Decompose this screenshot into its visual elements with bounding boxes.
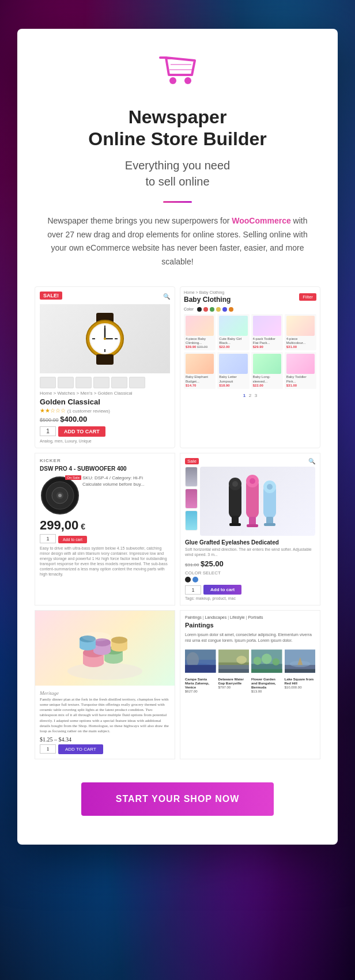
sale-badge-fan: Sale (185, 458, 199, 464)
breadcrumb: Home > Watches > Men's > Golden Classica… (40, 391, 170, 396)
svg-point-48 (111, 637, 127, 644)
sale-price: $400.00 (60, 415, 87, 423)
quantity-input[interactable]: 1 (40, 534, 56, 543)
svg-rect-25 (229, 523, 241, 526)
svg-point-65 (254, 657, 262, 665)
watch-main-image (40, 304, 170, 373)
clothing-header: Home > Baby Clothing Baby Clothing Filte… (184, 290, 316, 304)
watch-thumbnails (40, 377, 170, 388)
fan-product-description: Soft horizontal wind direction. The air … (185, 547, 315, 557)
clothing-image (219, 316, 247, 336)
subwoofer-description: Easy to drive with ultra-bass system bel… (40, 546, 170, 577)
fan-product-screenshot: Sale 🔍 (180, 453, 320, 606)
fan-thumbnails (185, 467, 198, 536)
food-product-image (35, 611, 175, 686)
shopping-cart-icon (154, 52, 201, 92)
paintings-title: Paintings (185, 622, 315, 629)
svg-rect-57 (185, 665, 216, 672)
paintings-nav: Paintings | Landscapes | Lifestyle | Por… (185, 615, 315, 619)
clothing-item: Cute Baby Girl Black... $22.00 (217, 314, 249, 350)
clothing-image (186, 354, 214, 374)
svg-point-14 (104, 338, 106, 340)
color-dot-yellow[interactable] (216, 307, 221, 312)
svg-point-28 (250, 478, 255, 484)
painting-price: $10,000.00 (285, 686, 316, 689)
subwoofer-screenshot: KICKER DSW PRO 4 - SUBWOOFER 400 On Sale (35, 453, 175, 606)
subwoofer-product-row: On Sale SKU: DSP-4 / Category: Hi-Fi Cal… (40, 475, 170, 516)
qty-row: 1 Add to cart (40, 534, 170, 543)
clothing-image (286, 316, 315, 336)
svg-point-1 (184, 77, 191, 84)
clothing-item: Baby Toddler Pink... $31.00 (285, 352, 316, 388)
sale-badge: SALE! (40, 292, 62, 300)
color-dot-green[interactable] (210, 307, 214, 312)
food-add-to-cart-button[interactable]: ADD TO CART (58, 744, 103, 754)
clothing-item: Baby Long-sleeved... $22.00 (251, 352, 283, 388)
woocommerce-link[interactable]: WooCommerce (232, 216, 290, 225)
fan-main-image (200, 467, 315, 536)
fan-cart-row: 1 Add to cart (185, 585, 315, 595)
search-icon[interactable]: 🔍 (163, 293, 170, 300)
watch-product-screenshot: SALE! 🔍 (35, 286, 175, 448)
product-name: Golden Classical (40, 398, 170, 406)
filter-button[interactable]: Filter (299, 293, 316, 301)
painting-price: $627.00 (185, 690, 216, 693)
fan-original-price: $31.00 (185, 562, 199, 567)
svg-rect-24 (232, 516, 239, 524)
color-swatch-black[interactable] (185, 577, 191, 582)
fan-thumb-3[interactable] (185, 510, 198, 531)
svg-point-66 (262, 653, 272, 664)
painting-name: Lake Square from Red Hill (285, 678, 316, 686)
food-product-info: Meritage Family dinner plan at the fork … (35, 686, 175, 759)
food-description: Family dinner plan at the fork in the fr… (40, 697, 170, 734)
title-section: Newspaper Online Store Builder Everythin… (35, 106, 320, 190)
start-shop-button[interactable]: START YOUR SHOP NOW (81, 782, 274, 816)
svg-rect-62 (218, 669, 250, 672)
color-dot-orange[interactable] (229, 307, 233, 312)
food-quantity-input[interactable]: 1 (40, 744, 56, 754)
quantity-input[interactable]: 1 (40, 426, 56, 436)
fan-add-to-cart-button[interactable]: Add to cart (203, 585, 241, 595)
product-tags: Analog, men, Luxury, Unique (40, 439, 170, 443)
main-content-card: Newspaper Online Store Builder Everythin… (17, 29, 338, 845)
painting-name: Campe Santa Maria Zakerep, Venice (185, 678, 216, 690)
fan-quantity-input[interactable]: 1 (185, 585, 201, 595)
fan-thumb-1[interactable] (185, 467, 198, 487)
svg-point-52 (82, 632, 111, 641)
svg-rect-68 (251, 669, 282, 672)
fan-product-title: Glue Grafted Eyelashes Dedicated (185, 539, 315, 546)
fan-thumb-2[interactable] (185, 489, 198, 509)
painting-item: Campe Santa Maria Zakerep, Venice $627.0… (185, 648, 216, 694)
food-cart-row: 1 ADD TO CART (40, 744, 170, 754)
section-divider (163, 201, 192, 203)
search-icon[interactable]: 🔍 (308, 458, 315, 464)
painting-item: Delaware Water Gap Barryville $797.00 (218, 648, 250, 694)
clothing-item: 4-piece Baby Climbing... $39.90 $39.90 (184, 314, 216, 350)
star-rating: ★★☆☆☆ (1 customer reviews) (40, 407, 170, 414)
fan-sale-price: $25.00 (201, 559, 224, 568)
paintings-description: Lorem ipsum dolor sit amet, consectetur … (185, 632, 315, 644)
svg-rect-30 (247, 524, 258, 527)
svg-point-0 (169, 77, 176, 84)
clothing-grid: 4-piece Baby Climbing... $39.90 $39.90 C… (184, 314, 316, 389)
add-to-cart-button[interactable]: ADD TO CART (58, 426, 105, 437)
svg-point-61 (236, 656, 247, 664)
food-price: $1.25 – $4.34 (40, 736, 170, 743)
clothing-title: Baby Clothing (184, 296, 231, 304)
clothing-image (186, 316, 214, 336)
fan-product-info: Glue Grafted Eyelashes Dedicated Soft ho… (185, 539, 315, 600)
cart-icon-wrapper (35, 52, 320, 94)
fan-images (185, 467, 315, 536)
svg-point-33 (267, 484, 273, 490)
color-swatches (185, 577, 315, 582)
color-dot-red[interactable] (203, 307, 208, 312)
svg-rect-15 (96, 354, 114, 365)
svg-rect-29 (249, 517, 256, 525)
original-price: $500.00 (40, 417, 59, 423)
add-to-cart-button[interactable]: Add to cart (58, 536, 87, 543)
clothing-item: 4-pack Toddler Flat Pack... $29.90 (251, 314, 283, 350)
color-swatch-blue[interactable] (192, 577, 198, 582)
svg-point-20 (58, 494, 62, 497)
color-dot-black[interactable] (197, 307, 202, 312)
color-dot-blue[interactable] (222, 307, 227, 312)
